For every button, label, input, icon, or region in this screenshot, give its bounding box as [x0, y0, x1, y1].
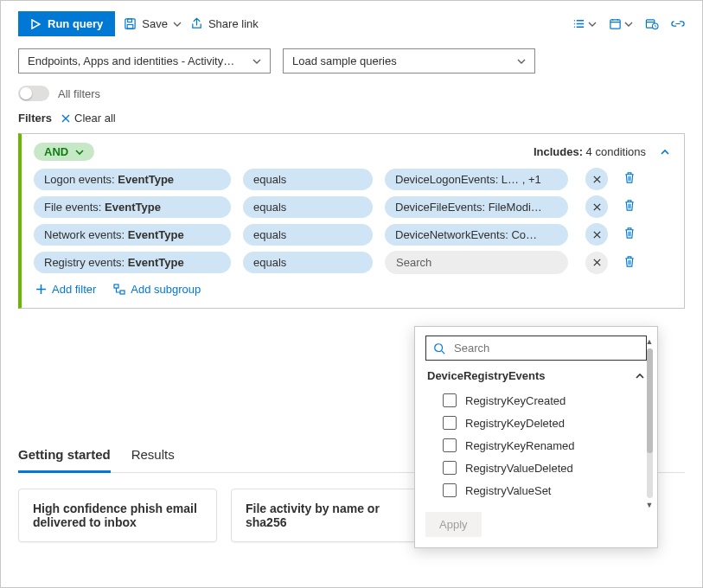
popover-option[interactable]: RegistryKeyDeleted — [425, 412, 647, 434]
clear-value-button[interactable] — [585, 223, 608, 246]
condition-row: Registry events: EventType equals Search — [34, 251, 670, 274]
trash-icon — [623, 199, 636, 212]
condition-operator[interactable]: equals — [243, 224, 373, 246]
popover-option[interactable]: RegistryKeyCreated — [425, 389, 647, 412]
add-subgroup-label: Add subgroup — [131, 283, 201, 296]
link-button[interactable] — [671, 17, 685, 30]
subgroup-icon — [113, 284, 125, 295]
svg-rect-0 — [125, 19, 135, 29]
share-link-button[interactable]: Share link — [190, 17, 259, 30]
condition-field[interactable]: Network events: EventType — [34, 224, 231, 246]
popover-option[interactable]: RegistryValueSet — [425, 479, 647, 502]
delete-condition-button[interactable] — [623, 199, 636, 214]
delete-condition-button[interactable] — [623, 227, 636, 242]
all-filters-toggle[interactable] — [18, 86, 49, 101]
condition-field[interactable]: File events: EventType — [34, 196, 231, 218]
includes-summary: Includes: 4 conditions — [534, 145, 646, 158]
calendar-button[interactable] — [609, 17, 633, 30]
popover-option[interactable]: RegistryValueDeleted — [425, 457, 647, 479]
schedule-button[interactable] — [645, 17, 659, 30]
logic-operator-label: AND — [44, 145, 68, 158]
tab-results[interactable]: Results — [131, 438, 175, 472]
delete-condition-button[interactable] — [623, 255, 636, 271]
popover-search[interactable] — [425, 336, 647, 361]
close-icon — [592, 175, 602, 184]
svg-rect-7 — [120, 291, 125, 294]
close-icon — [61, 113, 71, 124]
condition-row: Logon events: EventType equals DeviceLog… — [34, 168, 670, 190]
tab-getting-started[interactable]: Getting started — [18, 438, 111, 473]
sample-card-phish[interactable]: High confidence phish email delivered to… — [18, 489, 217, 542]
sample-card-file[interactable]: File activity by name or sha256 — [231, 489, 430, 542]
save-label: Save — [142, 17, 168, 30]
svg-rect-6 — [114, 284, 118, 288]
all-filters-label: All filters — [58, 87, 100, 100]
condition-operator[interactable]: equals — [243, 252, 373, 273]
popover-search-input[interactable] — [452, 341, 639, 355]
close-icon — [592, 230, 602, 240]
clear-all-button[interactable]: Clear all — [61, 112, 116, 125]
sample-queries-label: Load sample queries — [292, 54, 397, 67]
condition-operator[interactable]: equals — [243, 169, 373, 190]
link-icon — [671, 17, 685, 30]
scroll-track[interactable] — [647, 348, 653, 498]
value-picker-popover: DeviceRegistryEvents RegistryKeyCreated … — [414, 326, 658, 548]
condition-value[interactable]: DeviceFileEvents: FileModi… — [385, 196, 568, 218]
chevron-down-icon — [75, 148, 84, 157]
list-icon — [572, 17, 585, 30]
clear-all-label: Clear all — [74, 112, 116, 125]
checkbox[interactable] — [443, 438, 457, 452]
scroll-down-icon[interactable]: ▼ — [646, 501, 654, 509]
clear-value-button[interactable] — [585, 195, 608, 218]
checkbox[interactable] — [443, 416, 457, 430]
plus-icon — [35, 284, 47, 295]
checkbox[interactable] — [443, 393, 457, 407]
condition-value[interactable]: DeviceNetworkEvents: Co… — [385, 224, 568, 246]
condition-operator[interactable]: equals — [243, 196, 373, 218]
popover-apply-button[interactable]: Apply — [425, 512, 482, 537]
checkbox[interactable] — [443, 461, 457, 475]
scroll-thumb[interactable] — [647, 348, 653, 453]
svg-rect-1 — [128, 19, 132, 22]
run-query-label: Run query — [48, 17, 103, 30]
add-subgroup-button[interactable]: Add subgroup — [113, 283, 201, 296]
delete-condition-button[interactable] — [623, 171, 636, 187]
chevron-down-icon — [252, 57, 261, 66]
popover-option[interactable]: RegistryKeyRenamed — [425, 434, 647, 457]
logic-operator-chip[interactable]: AND — [34, 143, 94, 161]
chevron-up-icon[interactable] — [660, 147, 670, 157]
condition-value-search[interactable]: Search — [385, 251, 568, 274]
svg-rect-2 — [128, 24, 134, 29]
chevron-down-icon — [173, 20, 182, 29]
scope-selector-label: Endpoints, Apps and identities - Activit… — [28, 54, 234, 67]
list-view-button[interactable] — [572, 17, 597, 30]
checkbox[interactable] — [443, 483, 457, 497]
close-icon — [592, 258, 602, 267]
sample-queries-selector[interactable]: Load sample queries — [283, 48, 535, 74]
filter-panel: AND Includes: 4 conditions Logon events:… — [18, 133, 685, 309]
trash-icon — [623, 255, 636, 268]
svg-point-8 — [435, 343, 443, 351]
add-filter-label: Add filter — [52, 283, 96, 296]
clear-value-button[interactable] — [585, 168, 608, 190]
condition-field[interactable]: Registry events: EventType — [34, 252, 231, 273]
filters-title: Filters — [18, 112, 52, 125]
chevron-down-icon — [624, 20, 633, 29]
schedule-icon — [645, 17, 659, 30]
clear-value-button[interactable] — [585, 252, 608, 274]
scroll-up-icon[interactable]: ▲ — [646, 337, 654, 346]
calendar-icon — [609, 17, 622, 30]
condition-field[interactable]: Logon events: EventType — [34, 169, 231, 190]
add-filter-button[interactable]: Add filter — [35, 283, 96, 296]
chevron-down-icon — [517, 57, 526, 66]
share-label: Share link — [208, 17, 259, 30]
share-icon — [190, 17, 203, 30]
condition-value[interactable]: DeviceLogonEvents: L… , +1 — [385, 169, 568, 190]
save-button[interactable]: Save — [124, 17, 182, 30]
run-query-button[interactable]: Run query — [18, 11, 115, 36]
condition-row: Network events: EventType equals DeviceN… — [34, 223, 670, 246]
popover-scrollbar[interactable]: ▲ ▼ — [644, 337, 655, 509]
save-icon — [124, 17, 137, 30]
close-icon — [592, 202, 602, 212]
scope-selector[interactable]: Endpoints, Apps and identities - Activit… — [18, 48, 271, 74]
